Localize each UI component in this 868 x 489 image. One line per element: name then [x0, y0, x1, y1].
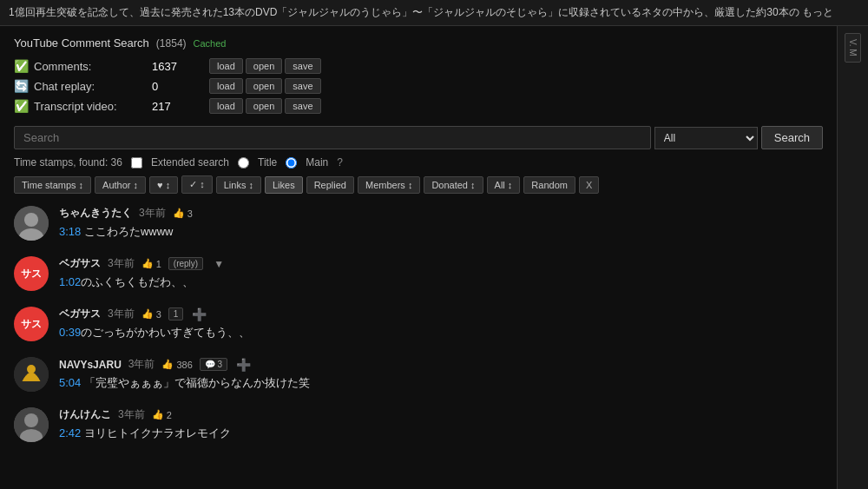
avatar — [14, 357, 49, 392]
sort-members-btn[interactable]: Members ↕ — [358, 176, 420, 194]
extended-search-checkbox[interactable] — [131, 157, 142, 169]
comments-btn-group: load open save — [209, 58, 321, 74]
comment-likes: 👍 3 — [141, 308, 161, 320]
sort-timestamps-btn[interactable]: Time stamps ↕ — [14, 176, 91, 194]
right-panel: V. M — [837, 26, 868, 489]
title-radio[interactable] — [238, 157, 249, 169]
comment-meta: ベガサス 3年前 👍 3 1 ➕ — [59, 307, 823, 321]
plus-icon-2[interactable]: ➕ — [236, 358, 251, 372]
main-radio[interactable] — [286, 157, 297, 169]
chat-btn-group: load open save — [209, 78, 321, 94]
transcript-label: Transcript video: — [34, 100, 147, 113]
section-title-text: YouTube Comment Search — [14, 36, 149, 50]
comments-value: 1637 — [152, 60, 204, 73]
comment-text: 0:39のごっちがかわいすぎてもう、、 — [59, 324, 823, 341]
comment-body: けんけんこ 3年前 👍 2 2:42 ヨリヒトイクナラオレモイク — [59, 407, 823, 442]
comment-time: 3年前 — [128, 357, 155, 372]
chat-value: 0 — [152, 80, 204, 93]
sort-replied-btn[interactable]: Replied — [306, 176, 354, 194]
comment-likes: 👍 2 — [152, 409, 172, 420]
sort-author-btn[interactable]: Author ↕ — [95, 176, 146, 194]
avatar — [14, 407, 49, 442]
stats-chat: 🔄 Chat replay: 0 load open save — [14, 78, 823, 94]
thumbs-up-icon: 👍 — [173, 208, 185, 219]
cached-badge: Cached — [194, 38, 227, 49]
thumbs-up-icon: 👍 — [152, 409, 164, 420]
comment-likes: 👍 1 — [141, 258, 161, 269]
comment-time: 3年前 — [108, 307, 135, 321]
thumbs-up-icon: 👍 — [161, 359, 174, 370]
reply-count-badge: 1 — [168, 307, 184, 320]
comment-author: ベガサス — [59, 256, 101, 271]
chat-save-btn[interactable]: save — [285, 78, 320, 94]
avatar-svg — [14, 206, 49, 241]
comments-open-btn[interactable]: open — [246, 58, 282, 74]
search-input[interactable] — [14, 126, 651, 149]
timestamp-link[interactable]: 0:39 — [59, 326, 81, 339]
comment-time: 3年前 — [139, 206, 166, 221]
right-panel-button[interactable]: V. M — [845, 33, 861, 63]
search-button[interactable]: Search — [761, 126, 823, 149]
comment-item: サス ベガサス 3年前 👍 3 1 ➕ 0:39のごっちがかわいすぎてもう、、 — [14, 307, 823, 341]
comment-text: 1:02のふくちくもだわ、、 — [59, 274, 823, 291]
comment-likes: 👍 3 — [173, 208, 193, 219]
avatar: サス — [14, 256, 49, 291]
sort-clear-btn[interactable]: X — [579, 176, 599, 194]
sort-donated-btn[interactable]: Donated ↕ — [424, 176, 483, 194]
main-label: Main — [306, 156, 328, 169]
comment-likes: 👍 386 — [161, 359, 192, 370]
found-text: Time stamps, found: 36 — [14, 156, 122, 169]
sort-random-btn[interactable]: Random — [523, 176, 575, 194]
comment-item: サス ベガサス 3年前 👍 1 (reply) ▼ 1:02のふくちくもだわ、、 — [14, 256, 823, 291]
section-header: YouTube Comment Search (1854) Cached — [14, 36, 823, 50]
top-banner: 1億回再生突破を記念して、過去に発売された13本のDVD「ジャルジャルのうじゃら… — [0, 0, 868, 26]
comment-item: けんけんこ 3年前 👍 2 2:42 ヨリヒトイクナラオレモイク — [14, 407, 823, 442]
green-check-icon-2: ✅ — [14, 99, 29, 113]
comment-time: 3年前 — [118, 407, 145, 422]
comments-load-btn[interactable]: load — [209, 58, 243, 74]
dropdown-icon[interactable]: ▼ — [214, 258, 224, 270]
comment-item: ちゃんきうたく 3年前 👍 3 3:18 ここわろたwwww — [14, 206, 823, 241]
plus-icon[interactable]: ➕ — [192, 307, 207, 321]
comment-time: 3年前 — [108, 256, 135, 271]
filter-row: Time stamps, found: 36 Extended search T… — [14, 156, 823, 169]
timestamp-link[interactable]: 2:42 — [59, 426, 81, 439]
comment-author: けんけんこ — [59, 407, 111, 422]
comments-save-btn[interactable]: save — [285, 58, 320, 74]
sort-likes-btn[interactable]: Likes — [265, 176, 303, 194]
comment-meta: ベガサス 3年前 👍 1 (reply) ▼ — [59, 256, 823, 271]
search-area: All Comments Chat replay Transcript vide… — [14, 126, 823, 149]
reply-badge[interactable]: (reply) — [168, 257, 203, 270]
timestamp-link[interactable]: 3:18 — [59, 225, 81, 238]
avatar-icon-svg — [14, 357, 49, 392]
chat-open-btn[interactable]: open — [246, 78, 282, 94]
avatar-person-svg — [14, 407, 49, 442]
green-check-icon: ✅ — [14, 59, 29, 73]
comment-body: ちゃんきうたく 3年前 👍 3 3:18 ここわろたwwww — [59, 206, 823, 241]
comment-count-badge: 💬 3 — [200, 358, 227, 371]
comment-text: 3:18 ここわろたwwww — [59, 223, 823, 241]
sort-check-btn[interactable]: ✓ ↕ — [181, 175, 213, 194]
sort-all-btn[interactable]: All ↕ — [487, 176, 521, 194]
timestamp-link[interactable]: 5:04 — [59, 376, 81, 389]
stats-transcript: ✅ Transcript video: 217 load open save — [14, 98, 823, 114]
extended-search-label: Extended search — [151, 156, 229, 169]
help-icon[interactable]: ? — [337, 156, 343, 169]
timestamp-link[interactable]: 1:02 — [59, 275, 81, 288]
chat-label: Chat replay: — [34, 80, 147, 93]
transcript-load-btn[interactable]: load — [209, 98, 243, 114]
comment-text: 5:04 「完璧やぁぁぁ」で福德からなんか抜けた笑 — [59, 374, 823, 392]
transcript-save-btn[interactable]: save — [285, 98, 320, 114]
comment-author: ちゃんきうたく — [59, 206, 132, 221]
search-dropdown[interactable]: All Comments Chat replay Transcript vide… — [654, 127, 758, 149]
comment-meta: けんけんこ 3年前 👍 2 — [59, 407, 823, 422]
title-label: Title — [258, 156, 277, 169]
sort-heart-btn[interactable]: ♥ ↕ — [149, 176, 178, 194]
comments-label: Comments: — [34, 60, 147, 73]
comment-body: ベガサス 3年前 👍 1 (reply) ▼ 1:02のふくちくもだわ、、 — [59, 256, 823, 291]
chat-load-btn[interactable]: load — [209, 78, 243, 94]
sort-links-btn[interactable]: Links ↕ — [216, 176, 261, 194]
transcript-open-btn[interactable]: open — [246, 98, 282, 114]
comment-count: (1854) — [156, 37, 187, 50]
comment-body: NAVYsJARU 3年前 👍 386 💬 3 ➕ 5:04 「完璧やぁぁぁ」で… — [59, 357, 823, 392]
